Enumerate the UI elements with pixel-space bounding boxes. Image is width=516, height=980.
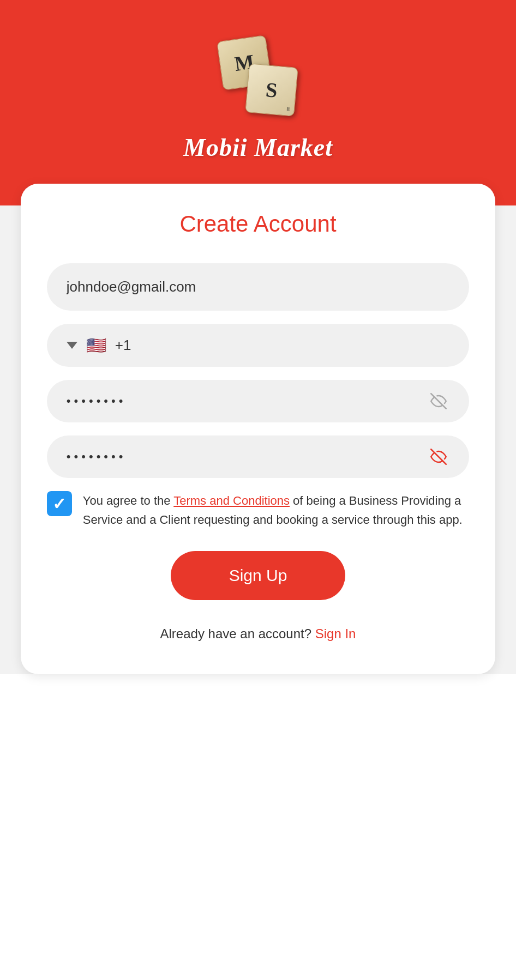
logo-tile-front: S 8 [245, 63, 298, 117]
terms-section: ✓ You agree to the Terms and Conditions … [47, 491, 469, 529]
header-section: M S 8 Mobii Market [0, 0, 516, 205]
logo-tiles: M S 8 [220, 38, 296, 114]
checkmark-icon: ✓ [52, 494, 66, 513]
tile-score: 8 [286, 106, 290, 112]
signin-link[interactable]: Sign In [315, 626, 356, 641]
password-toggle-icon[interactable] [428, 393, 449, 409]
app-title: Mobii Market [183, 133, 333, 162]
terms-text-before: You agree to the [83, 494, 173, 507]
country-selector-chevron[interactable] [67, 342, 77, 349]
password-field-container: •••••••• [47, 380, 469, 422]
already-account-text: Already have an account? [160, 626, 312, 641]
confirm-password-dots: •••••••• [67, 450, 428, 464]
bottom-space [0, 674, 516, 980]
password-dots: •••••••• [67, 394, 428, 408]
terms-link[interactable]: Terms and Conditions [173, 494, 290, 507]
country-flag: 🇺🇸 [86, 337, 106, 354]
signup-button[interactable]: Sign Up [171, 551, 345, 600]
form-section: Create Account 🇺🇸 +1 •••••••• •••••••• ✓… [21, 184, 495, 674]
confirm-password-toggle-icon[interactable] [428, 449, 449, 465]
terms-checkbox[interactable]: ✓ [47, 491, 72, 516]
country-code: +1 [115, 337, 131, 354]
tile-letter-s: S [265, 77, 279, 102]
terms-text: You agree to the Terms and Conditions of… [83, 491, 469, 529]
phone-field-container[interactable]: 🇺🇸 +1 [47, 324, 469, 367]
confirm-password-field-container: •••••••• [47, 435, 469, 478]
logo-container: M S 8 [214, 33, 302, 120]
signin-row: Already have an account? Sign In [47, 626, 469, 642]
phone-input[interactable] [140, 337, 450, 354]
email-field[interactable] [47, 263, 469, 311]
page-title: Create Account [47, 211, 469, 237]
